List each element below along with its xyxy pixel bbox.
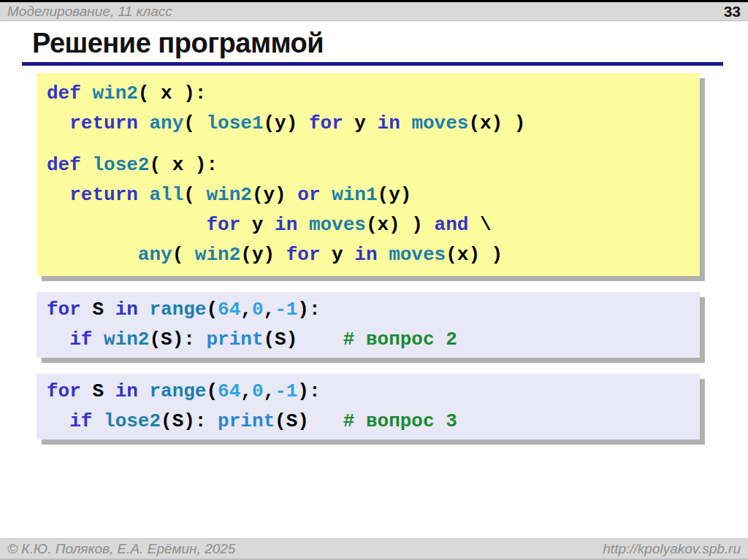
code-token: moves [309,214,366,236]
code-token: y [343,112,378,134]
code-token: lose2 [104,410,161,432]
code-token: for [309,112,343,134]
code-token: ( [183,184,206,206]
code-token: win2 [92,83,137,104]
code-token: \ [468,214,491,236]
code-token [47,184,69,206]
code-token: in [115,299,138,321]
code-token: win2 [206,184,251,206]
code-token: ( [206,299,218,321]
code-token: 0 [252,299,264,321]
code-token: or [297,184,320,206]
code-token: (y) [264,112,309,134]
code-token: # вопрос 3 [343,410,457,432]
code-token: return [69,184,138,206]
code-block-question-2-loop: for S in range(64,0,-1): if win2(S): pri… [37,292,700,358]
code-line: for S in range(64,0,-1): [47,295,700,325]
code-token: , [264,299,275,321]
course-label: Моделирование, 11 класс [7,4,172,20]
code-token [138,184,150,206]
code-token: S [81,299,115,321]
code-token: (S): [161,410,218,432]
code-token: lose1 [206,112,263,134]
code-token: print [218,410,275,432]
code-token: 0 [252,380,264,402]
code-token: (S) [275,410,343,432]
code-token: return [69,112,138,134]
code-line: for y in moves(x) ) and \ [47,210,700,240]
code-token: (S) [264,329,343,350]
code-token [297,214,309,236]
code-token [92,329,104,350]
site-url: http://kpolyakov.spb.ru [603,541,741,557]
code-token: if [69,410,92,432]
code-token: ( [172,244,195,266]
code-token: ): [297,299,320,321]
code-token: any [149,112,183,134]
code-block-question-3-loop: for S in range(64,0,-1): if lose2(S): pr… [37,374,700,440]
code-token [47,244,138,266]
code-token [378,244,389,266]
code-token: for [47,380,81,402]
code-token: ( x ): [149,154,218,176]
code-token: , [240,299,252,321]
code-token: (x) ) [366,214,435,236]
code-token: ( x ): [138,83,207,104]
title-underline [22,62,723,66]
code-token [47,329,69,350]
code-token: for [206,214,240,236]
code-token: y [240,214,275,236]
code-token: , [264,380,275,402]
code-token [321,184,332,206]
code-token: # вопрос 2 [343,329,457,350]
code-token [47,214,206,236]
code-token [47,112,69,134]
slide-footer-bar: © К.Ю. Поляков, Е.А. Ерёмин, 2025 http:/… [0,538,748,560]
code-token [81,83,93,104]
code-token: any [138,244,172,266]
code-token: win2 [104,329,149,350]
code-token: (y) [252,184,297,206]
code-token: moves [411,112,468,134]
code-line: any( win2(y) for y in moves(x) ) [47,240,700,270]
code-token: for [47,299,81,321]
code-line [47,139,700,150]
code-token: in [354,244,377,266]
code-token: (x) ) [446,244,503,266]
code-token: , [240,380,252,402]
code-token: def [47,154,81,176]
code-token: -1 [275,380,297,402]
code-token: moves [389,244,446,266]
code-token: in [115,380,138,402]
code-token: def [47,83,81,104]
page-title: Решение программой [32,28,324,59]
code-token: win1 [332,184,377,206]
code-token: y [321,244,355,266]
code-line: for S in range(64,0,-1): [47,377,700,407]
code-token [47,410,69,432]
code-line: return any( lose1(y) for y in moves(x) ) [47,109,700,139]
code-token: lose2 [92,154,149,176]
code-token: -1 [275,299,297,321]
code-token: win2 [195,244,240,266]
code-token: range [149,380,206,402]
code-token [92,410,104,432]
code-token: print [206,329,263,350]
code-block-win2-lose2-functions: def win2( x ): return any( lose1(y) for … [37,73,700,276]
code-token: in [378,112,400,134]
code-token: 64 [218,299,240,321]
code-token: (y) [240,244,286,266]
code-token: if [69,329,92,350]
code-line: if win2(S): print(S) # вопрос 2 [47,325,700,355]
code-token: ( [183,112,206,134]
code-line: def win2( x ): [47,79,700,109]
code-token [400,112,412,134]
code-line: return all( win2(y) or win1(y) [47,180,700,210]
copyright-label: © К.Ю. Поляков, Е.А. Ерёмин, 2025 [7,541,235,557]
code-line: if lose2(S): print(S) # вопрос 3 [47,407,700,437]
code-token: all [149,184,183,206]
code-token: range [149,299,206,321]
code-token: ): [297,380,320,402]
code-line: def lose2( x ): [47,150,700,180]
code-token: (S): [149,329,206,350]
